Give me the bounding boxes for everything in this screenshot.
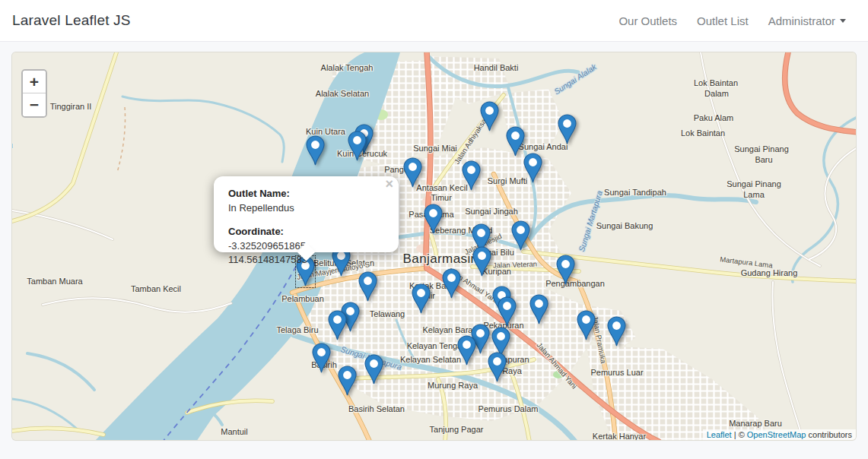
map-marker[interactable]: [558, 114, 577, 145]
map-marker[interactable]: [577, 310, 596, 341]
map-marker[interactable]: [312, 343, 331, 374]
map-attribution: Leaflet | © OpenStreetMap contributors: [703, 429, 856, 440]
map-marker[interactable]: [511, 220, 530, 252]
navbar: Laravel Leaflet JS Our Outlets Outlet Li…: [0, 0, 868, 42]
map-marker[interactable]: [556, 255, 575, 286]
map-marker[interactable]: [442, 268, 461, 299]
popup-outlet-name-label: Outlet Name:: [228, 188, 290, 199]
map-marker[interactable]: [523, 153, 542, 184]
popup-close-button[interactable]: ×: [385, 177, 393, 191]
map-card: Alalak TengahHandil BaktiAlalak SelatanT…: [11, 52, 857, 441]
map-marker[interactable]: [529, 294, 548, 325]
map-marker[interactable]: [472, 246, 491, 277]
map-marker[interactable]: [506, 126, 525, 157]
map-marker[interactable]: [358, 271, 377, 302]
map-marker[interactable]: [306, 135, 325, 166]
map-marker[interactable]: [424, 204, 443, 235]
map-marker[interactable]: [457, 335, 476, 366]
zoom-out-button[interactable]: −: [23, 93, 46, 116]
zoom-control: + −: [21, 69, 47, 118]
popup-coordinate-value: -3.325209651865, 114.56148147583: [228, 240, 309, 266]
nav-item-administrator-dropdown[interactable]: Administrator: [758, 8, 856, 33]
map-marker[interactable]: [462, 160, 481, 192]
attribution-suffix: contributors: [806, 430, 852, 439]
osm-attribution-link[interactable]: OpenStreetMap: [747, 430, 806, 439]
map-marker[interactable]: [338, 366, 357, 397]
map-marker[interactable]: [488, 352, 507, 383]
chevron-down-icon: [840, 19, 846, 23]
zoom-in-button[interactable]: +: [23, 71, 46, 93]
map-marker[interactable]: [607, 316, 626, 347]
map-marker[interactable]: [480, 101, 499, 132]
map-marker[interactable]: [364, 354, 383, 385]
markers-layer: [12, 52, 856, 440]
brand-link[interactable]: Laravel Leaflet JS: [12, 12, 131, 29]
map-marker[interactable]: [348, 131, 367, 162]
nav-item-outlet-list[interactable]: Outlet List: [687, 8, 758, 33]
outlet-popup: Outlet Name: In Repellendus Coordinate: …: [214, 176, 399, 252]
map-marker[interactable]: [328, 310, 347, 341]
leaflet-map[interactable]: Alalak TengahHandil BaktiAlalak SelatanT…: [12, 52, 856, 440]
nav-item-administrator-label: Administrator: [768, 14, 835, 27]
leaflet-attribution-link[interactable]: Leaflet: [707, 430, 732, 439]
nav-item-our-outlets[interactable]: Our Outlets: [609, 8, 687, 33]
map-marker[interactable]: [498, 296, 517, 328]
popup-coordinate-label: Coordinate:: [228, 226, 284, 237]
attribution-separator: | ©: [732, 430, 747, 439]
map-marker[interactable]: [412, 283, 431, 315]
popup-outlet-name-value: In Repellendus: [228, 202, 294, 214]
map-marker[interactable]: [403, 157, 422, 188]
nav-links: Our Outlets Outlet List Administrator: [609, 8, 856, 33]
